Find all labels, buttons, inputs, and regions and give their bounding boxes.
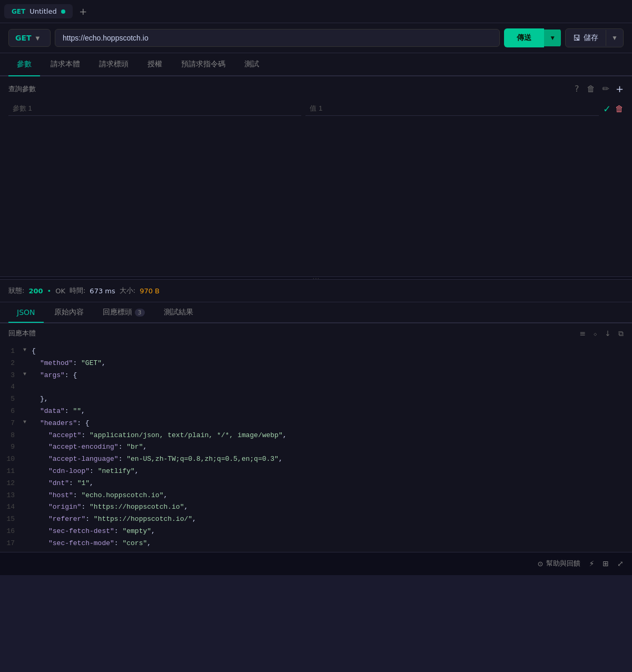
line-number: 12 <box>0 478 23 489</box>
tab-method: GET <box>12 8 25 15</box>
method-value: GET <box>15 34 32 42</box>
tab-tests[interactable]: 測試 <box>236 53 268 76</box>
status-code: 200 <box>28 287 43 295</box>
send-main-button[interactable]: 傳送 <box>504 28 544 47</box>
time-value: 673 ms <box>90 287 115 295</box>
response-body-header: 回應本體 ≡ ⬦ ↓ ⧉ <box>0 323 632 343</box>
json-line: 2 "method": "GET", <box>0 358 632 370</box>
tab-active-dot <box>61 9 65 14</box>
status-text: OK <box>55 287 65 295</box>
delete-all-icon[interactable]: 🗑 <box>586 83 596 95</box>
fold-arrow[interactable]: ▼ <box>23 370 32 379</box>
params-actions: ? 🗑 ✏ + <box>574 83 624 95</box>
tab-params[interactable]: 參數 <box>8 53 40 76</box>
json-line: 15 "referer": "https://hoppscotch.io/", <box>0 513 632 526</box>
resp-tab-headers[interactable]: 回應標頭 3 <box>94 302 153 323</box>
response-body-actions: ≡ ⬦ ↓ ⧉ <box>580 329 624 338</box>
line-number: 16 <box>0 526 23 537</box>
status-bar: 狀態: 200 • OK 時間: 673 ms 大小: 970 B <box>0 280 632 302</box>
edit-icon[interactable]: ✏ <box>601 83 610 95</box>
send-button-group: 傳送 ▼ <box>504 28 561 47</box>
help-icon[interactable]: ? <box>574 83 580 95</box>
bottom-bar: ⊙ 幫助與回饋 ⚡ ⊞ ⤢ <box>0 552 632 575</box>
method-chevron-icon: ▼ <box>36 35 40 41</box>
json-line: 17 "sec-fetch-mode": "cors", <box>0 538 632 550</box>
tab-bar: GET Untitled + <box>0 0 632 23</box>
save-label: 儲存 <box>584 33 598 43</box>
save-dropdown-button[interactable]: ▼ <box>606 30 623 46</box>
json-line: 4 <box>0 381 632 393</box>
status-label: 狀態: <box>8 286 24 295</box>
app-container: GET Untitled + GET ▼ 傳送 ▼ 🖫 儲存 ▼ 參數 請求本體… <box>0 0 632 575</box>
line-number: 2 <box>0 358 23 369</box>
tab-title: Untitled <box>29 7 56 15</box>
tab-pre-request[interactable]: 預請求指令碼 <box>173 53 234 76</box>
tab-auth[interactable]: 授權 <box>139 53 171 76</box>
help-feedback-label: 幫助與回饋 <box>546 559 580 568</box>
param-delete-icon[interactable]: 🗑 <box>615 104 624 114</box>
resp-tab-json[interactable]: JSON <box>8 303 44 323</box>
resp-tab-raw[interactable]: 原始內容 <box>46 302 92 323</box>
line-number: 4 <box>0 382 23 393</box>
json-line: 7 ▼ "headers": { <box>0 418 632 430</box>
json-line: 8 "accept": "application/json, text/plai… <box>0 430 632 442</box>
response-body-title: 回應本體 <box>8 329 36 338</box>
download-icon[interactable]: ↓ <box>605 329 611 338</box>
json-line: 14 "origin": "https://hoppscotch.io", <box>0 501 632 513</box>
tab-request-body[interactable]: 請求本體 <box>42 53 88 76</box>
line-number: 3 <box>0 370 23 381</box>
json-line: 12 "dnt": "1", <box>0 478 632 490</box>
param-value-input[interactable] <box>305 101 598 116</box>
json-line: 16 "sec-fetch-dest": "empty", <box>0 526 632 538</box>
help-feedback-button[interactable]: ⊙ 幫助與回饋 <box>538 559 581 568</box>
wrap-icon[interactable]: ≡ <box>580 329 586 338</box>
line-number: 10 <box>0 454 23 465</box>
json-line: 3 ▼ "args": { <box>0 370 632 382</box>
param-row: ✓ 🗑 <box>8 101 624 116</box>
size-value: 970 B <box>140 287 160 295</box>
status-dot: • <box>47 287 52 295</box>
expand-icon[interactable]: ⤢ <box>617 559 624 568</box>
send-dropdown-button[interactable]: ▼ <box>544 29 561 46</box>
lightning-icon[interactable]: ⚡ <box>589 559 594 568</box>
json-line: 6 "data": "", <box>0 406 632 418</box>
filter-icon[interactable]: ⬦ <box>593 329 597 338</box>
method-select[interactable]: GET ▼ <box>8 29 51 47</box>
json-line: 5 }, <box>0 393 632 406</box>
help-circle-icon: ⊙ <box>538 560 544 568</box>
param-key-input[interactable] <box>8 101 301 116</box>
copy-icon[interactable]: ⧉ <box>618 329 624 338</box>
tab-request-headers[interactable]: 請求標頭 <box>91 53 137 76</box>
json-line: 11 "cdn-loop": "netlify", <box>0 466 632 478</box>
json-line: 13 "host": "echo.hoppscotch.io", <box>0 490 632 502</box>
tab-item-untitled[interactable]: GET Untitled <box>4 4 73 18</box>
line-number: 6 <box>0 406 23 417</box>
json-line: 1 ▼ { <box>0 345 632 358</box>
url-bar: GET ▼ 傳送 ▼ 🖫 儲存 ▼ <box>0 23 632 53</box>
resp-tab-test-results[interactable]: 測試結果 <box>155 302 202 323</box>
split-view-icon[interactable]: ⊞ <box>603 559 609 568</box>
url-input[interactable] <box>55 29 500 47</box>
size-label: 大小: <box>120 286 135 295</box>
line-number: 7 <box>0 418 23 429</box>
request-nav-tabs: 參數 請求本體 請求標頭 授權 預請求指令碼 測試 <box>0 53 632 76</box>
line-number: 8 <box>0 430 23 441</box>
save-main-button[interactable]: 🖫 儲存 <box>566 29 606 47</box>
param-toggle-icon[interactable]: ✓ <box>603 103 611 114</box>
fold-arrow[interactable]: ▼ <box>23 418 32 427</box>
line-number: 17 <box>0 538 23 549</box>
params-section: 查詢參數 ? 🗑 ✏ + ✓ 🗑 <box>0 76 632 276</box>
line-number: 13 <box>0 490 23 501</box>
json-line: 10 "accept-language": "en-US,zh-TW;q=0.8… <box>0 453 632 466</box>
time-label: 時間: <box>70 286 85 295</box>
line-number: 9 <box>0 442 23 453</box>
line-number: 11 <box>0 466 23 477</box>
response-section: 狀態: 200 • OK 時間: 673 ms 大小: 970 B JSON 原… <box>0 280 632 552</box>
add-param-button[interactable]: + <box>616 83 624 94</box>
add-tab-button[interactable]: + <box>75 3 92 20</box>
line-number: 5 <box>0 394 23 405</box>
resp-tab-headers-label: 回應標頭 <box>103 308 132 317</box>
line-number: 14 <box>0 502 23 513</box>
fold-arrow[interactable]: ▼ <box>23 346 32 354</box>
line-number: 1 <box>0 346 23 357</box>
